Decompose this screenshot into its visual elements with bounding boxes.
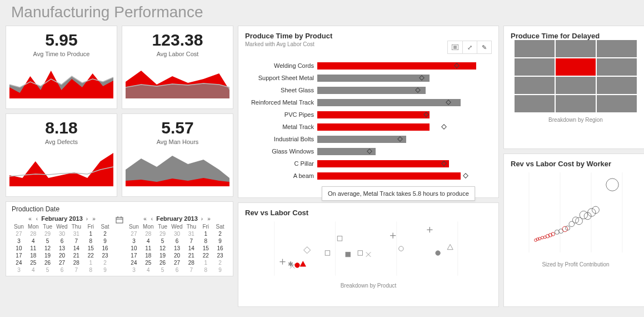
- calendar-day[interactable]: 26: [156, 259, 170, 266]
- next-month-icon[interactable]: ›: [200, 216, 204, 222]
- calendar-day[interactable]: 5: [41, 237, 55, 245]
- kpi-avg-defects[interactable]: 8.18 Avg Defects: [6, 113, 117, 197]
- prev-year-icon[interactable]: «: [27, 216, 33, 222]
- produce-time-by-product-chart[interactable]: Produce Time by Product Marked with Avg …: [238, 26, 499, 198]
- calendar-day[interactable]: 3: [127, 237, 141, 245]
- treemap-cell[interactable]: [556, 40, 596, 57]
- calendar-day[interactable]: 7: [69, 266, 83, 274]
- calendar-day[interactable]: 19: [41, 252, 55, 259]
- calendar-day[interactable]: 22: [198, 252, 213, 259]
- calendar-day[interactable]: 6: [55, 237, 69, 245]
- prev-year-icon[interactable]: «: [142, 216, 148, 222]
- calendar-day[interactable]: 30: [55, 230, 69, 237]
- calendar-day[interactable]: 25: [26, 259, 41, 266]
- calendar-day[interactable]: 4: [26, 266, 41, 274]
- treemap-cell[interactable]: [597, 58, 637, 76]
- bar-row[interactable]: PVC Pipes: [245, 108, 492, 121]
- calendar-day[interactable]: 8: [198, 237, 213, 245]
- calendar-day[interactable]: 6: [55, 266, 69, 274]
- calendar-day[interactable]: 4: [26, 237, 41, 245]
- calendar-day[interactable]: 21: [184, 252, 198, 259]
- calendar-day[interactable]: 2: [213, 230, 227, 237]
- calendar-day[interactable]: 18: [26, 252, 41, 259]
- calendar-day[interactable]: 17: [12, 252, 26, 259]
- calendar-day[interactable]: 25: [141, 259, 156, 266]
- calendar-day[interactable]: 6: [170, 237, 184, 245]
- calendar-day[interactable]: 9: [213, 237, 227, 245]
- bar-row[interactable]: Glass Windows: [245, 145, 492, 157]
- calendar-day[interactable]: 12: [156, 245, 170, 252]
- calendar-day[interactable]: 9: [98, 266, 112, 274]
- calendar-day[interactable]: 15: [198, 245, 213, 252]
- calendar-day[interactable]: 15: [83, 245, 98, 252]
- bar-row[interactable]: Welding Cords: [245, 60, 492, 72]
- calendar-day[interactable]: 4: [141, 237, 156, 245]
- calendar-day[interactable]: 23: [98, 252, 112, 259]
- calendar-day[interactable]: 11: [141, 245, 156, 252]
- bar-row[interactable]: Sheet Glass: [245, 84, 492, 96]
- kpi-avg-man-hours[interactable]: 5.57 Avg Man Hours: [122, 113, 233, 197]
- calendar-grid[interactable]: SunMonTueWedThuFriSat2728293031123456789…: [127, 223, 227, 274]
- calendar-day[interactable]: 22: [83, 252, 98, 259]
- prev-month-icon[interactable]: ‹: [35, 216, 39, 222]
- calendar-day[interactable]: 16: [213, 245, 227, 252]
- calendar-day[interactable]: 11: [26, 245, 41, 252]
- calendar-day[interactable]: 9: [213, 266, 227, 274]
- calendar-day[interactable]: 26: [41, 259, 55, 266]
- produce-time-delayed-chart[interactable]: Produce Time for Delayed Breakdown by Re…: [503, 26, 644, 149]
- prev-month-icon[interactable]: ‹: [150, 216, 154, 222]
- calendar-day[interactable]: 24: [12, 259, 26, 266]
- calendar-day[interactable]: 13: [170, 245, 184, 252]
- treemap-cell[interactable]: [556, 95, 596, 112]
- calendar-day[interactable]: 1: [83, 259, 98, 266]
- calendar-day[interactable]: 28: [69, 259, 83, 266]
- calendar-day[interactable]: 8: [83, 237, 98, 245]
- calendar-day[interactable]: 28: [184, 259, 198, 266]
- calendar-day[interactable]: 1: [198, 230, 213, 237]
- treemap-cell[interactable]: [597, 77, 637, 94]
- calendar-day[interactable]: 29: [156, 230, 170, 237]
- calendar-day[interactable]: 28: [26, 230, 41, 237]
- treemap-cell[interactable]: [515, 95, 555, 112]
- treemap-cell[interactable]: [515, 77, 555, 94]
- treemap-cell[interactable]: [556, 77, 596, 94]
- calendar-day[interactable]: 8: [83, 266, 98, 274]
- calendar-day[interactable]: 29: [41, 230, 55, 237]
- calendar-day[interactable]: 5: [156, 237, 170, 245]
- rev-vs-labor-by-worker-chart[interactable]: Rev vs Labor Cost by Worker Sized by Pro…: [503, 153, 644, 307]
- calendar-day[interactable]: 19: [156, 252, 170, 259]
- calendar-day[interactable]: 28: [141, 230, 156, 237]
- calendar-grid[interactable]: SunMonTueWedThuFriSat2728293031123456789…: [12, 223, 112, 274]
- bar-row[interactable]: C Pillar: [245, 157, 492, 170]
- expand-icon[interactable]: ⤢: [462, 41, 477, 53]
- rev-vs-labor-cost-chart[interactable]: Rev vs Labor Cost ✱ Breakdown by Product: [238, 202, 499, 307]
- next-month-icon[interactable]: ›: [85, 216, 89, 222]
- calendar-day[interactable]: 18: [141, 252, 156, 259]
- calendar-day[interactable]: 17: [127, 252, 141, 259]
- calendar-day[interactable]: 20: [55, 252, 69, 259]
- calendar-day[interactable]: 12: [41, 245, 55, 252]
- calendar-day[interactable]: 1: [83, 230, 98, 237]
- calendar-day[interactable]: 30: [170, 230, 184, 237]
- calendar-day[interactable]: 7: [69, 237, 83, 245]
- calendar-day[interactable]: 5: [156, 266, 170, 274]
- calendar-day[interactable]: 14: [69, 245, 83, 252]
- treemap-cell[interactable]: [515, 40, 555, 57]
- calendar-day[interactable]: 9: [98, 237, 112, 245]
- kpi-avg-time[interactable]: 5.95 Avg Time to Produce: [6, 26, 117, 109]
- calendar-day[interactable]: 6: [170, 266, 184, 274]
- bar-row[interactable]: Support Sheet Metal: [245, 72, 492, 84]
- calendar-day[interactable]: 4: [141, 266, 156, 274]
- chart-data-icon[interactable]: [448, 41, 462, 53]
- calendar-day[interactable]: 27: [55, 259, 69, 266]
- edit-icon[interactable]: ✎: [477, 41, 491, 53]
- treemap-cell[interactable]: [556, 58, 596, 76]
- calendar-day[interactable]: 24: [127, 259, 141, 266]
- calendar-day[interactable]: 27: [12, 230, 26, 237]
- calendar-day[interactable]: 2: [98, 259, 112, 266]
- calendar-day[interactable]: 21: [69, 252, 83, 259]
- bar-row[interactable]: Reinforced Metal Track: [245, 96, 492, 108]
- calendar-day[interactable]: 7: [184, 237, 198, 245]
- bar-row[interactable]: Metal Track: [245, 121, 492, 133]
- calendar-day[interactable]: 3: [12, 237, 26, 245]
